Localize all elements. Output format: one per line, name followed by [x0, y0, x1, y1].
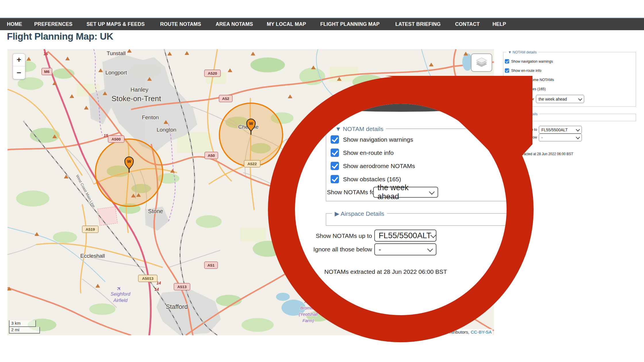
road-shield: A513 — [174, 283, 190, 290]
svg-text:A51: A51 — [208, 263, 215, 267]
map-place-label: Longton — [157, 127, 177, 133]
farm-label: Bromley — [300, 305, 317, 310]
farm-label: (Yeotshall — [299, 312, 318, 317]
select-value: - — [379, 245, 381, 254]
checkbox[interactable] — [331, 135, 339, 144]
nav-item-latest-briefing[interactable]: LATEST BRIEFING — [395, 21, 441, 27]
road-shield: A50 — [205, 152, 218, 159]
junction-number: 16 — [43, 51, 48, 56]
show-notams-for-select[interactable]: the week ahead — [373, 187, 438, 198]
scale-km: 3 km — [9, 320, 36, 327]
checkbox[interactable] — [505, 68, 509, 73]
chevron-down-icon — [576, 127, 580, 131]
nav-item-flight-planning-map[interactable]: FLIGHT PLANNING MAP — [320, 21, 379, 27]
ignore-below-label: Ignore all those below — [502, 135, 537, 139]
select-value: the week ahead — [538, 97, 567, 101]
checkbox[interactable] — [505, 87, 509, 91]
nav-item-my-local-map[interactable]: MY LOCAL MAP — [267, 21, 306, 27]
checkbox-row: Show obstacles (165) — [331, 175, 415, 183]
show-notams-for-select[interactable]: the week ahead — [536, 95, 584, 103]
attribution-license-link[interactable]: CC-BY-SA — [471, 330, 492, 335]
svg-text:A522: A522 — [248, 162, 257, 166]
nav-item-contact[interactable]: CONTACT — [455, 21, 480, 27]
road-shield: M6 — [42, 68, 52, 75]
show-notams-up-to-label: Show NOTAMs up to — [504, 128, 537, 132]
notam-details-legend[interactable]: ▼ NOTAM details — [506, 50, 538, 54]
chevron-down-icon — [576, 135, 580, 139]
layers-button[interactable] — [471, 53, 492, 72]
checkbox-label: Show navigation warnings — [343, 136, 413, 143]
checkbox[interactable] — [331, 175, 339, 183]
checkbox-row: Show navigation warnings — [331, 135, 415, 144]
svg-text:A52: A52 — [222, 97, 229, 101]
chevron-down-icon — [427, 246, 433, 252]
svg-text:W: W — [249, 121, 253, 126]
svg-text:A519: A519 — [86, 227, 95, 232]
notam-details-legend[interactable]: ▼ NOTAM details — [333, 126, 386, 132]
show-notams-up-to-select[interactable]: FL55/5500ALT — [374, 230, 436, 242]
notam-checkbox-list: Show navigation warningsShow en-route in… — [505, 59, 554, 96]
map-attribution: ntributors, CC-BY-SA — [392, 329, 493, 335]
map-place-label: Hanley — [131, 86, 148, 93]
junction-number: 15 — [103, 133, 108, 138]
svg-text:W: W — [127, 159, 131, 164]
checkbox-label: Show navigation warnings — [511, 59, 553, 63]
map-place-label: Stoke-on-Trent — [112, 94, 161, 103]
checkbox-label: Show en-route info — [343, 149, 394, 156]
airspace-details-fieldset-zoomed: ▶ Airspace Details — [326, 213, 507, 226]
svg-text:A520: A520 — [208, 71, 217, 76]
checkbox[interactable] — [331, 149, 339, 157]
nav-item-route-notams[interactable]: ROUTE NOTAMS — [160, 21, 201, 27]
select-value: the week ahead — [377, 183, 430, 201]
chevron-down-icon — [430, 232, 436, 238]
select-value: - — [541, 135, 543, 140]
checkbox-label: Show en-route info — [511, 69, 541, 73]
map-restricted-area — [97, 207, 117, 226]
attribution-text: ntributors, — [449, 330, 469, 335]
svg-text:A500: A500 — [112, 137, 121, 141]
road-shield: A519 — [82, 226, 98, 233]
airspace-details-legend[interactable]: ▶ Airspace Details — [332, 210, 387, 217]
scale-mi: 2 mi — [9, 327, 40, 334]
main-nav: HOMEPREFERENCESSET UP MAPS & FEEDSROUTE … — [0, 18, 644, 30]
notams-extracted-timestamp: NOTAMs extracted at 28 Jun 2022 06:00 BS… — [503, 152, 573, 156]
nav-item-help[interactable]: HELP — [492, 21, 506, 27]
nav-item-preferences[interactable]: PREFERENCES — [34, 21, 72, 27]
checkbox[interactable] — [505, 78, 509, 82]
magnifier-lens: ▼ NOTAM details Show navigation warnings… — [295, 104, 507, 315]
svg-text:A50: A50 — [208, 153, 215, 158]
zoom-out-button[interactable]: − — [13, 66, 25, 79]
checkbox-row: Show en-route info — [505, 68, 554, 73]
svg-text:M6: M6 — [44, 70, 50, 74]
map-place-label: Tunstall — [107, 50, 126, 56]
map-zoom-control: + − — [13, 53, 25, 79]
checkbox-label: Show obstacles (165) — [343, 176, 401, 183]
map-place-label: Longport — [105, 70, 127, 76]
select-value: FL55/5500ALT — [379, 231, 431, 240]
road-shield: A522 — [244, 160, 260, 167]
show-notams-for-label: Show NOTAMs for — [327, 189, 377, 196]
airspace-details-legend[interactable]: ▶ Airspace Details — [506, 112, 539, 116]
ignore-below-select[interactable]: - — [539, 134, 582, 141]
farm-label: Farm) — [302, 318, 314, 323]
select-value: FL55/5500ALT — [541, 128, 568, 132]
nav-item-home[interactable]: HOME — [7, 21, 22, 27]
checkbox[interactable] — [505, 59, 509, 63]
chevron-down-icon — [429, 189, 435, 195]
map-scale-control: 3 km 2 mi — [9, 320, 40, 334]
zoom-in-button[interactable]: + — [13, 54, 25, 66]
nav-item-set-up-maps-feeds[interactable]: SET UP MAPS & FEEDS — [87, 21, 145, 27]
road-shield: A5013 — [138, 275, 157, 282]
svg-text:A513: A513 — [177, 285, 187, 289]
page-title: Flight Planning Map: UK — [7, 31, 113, 42]
notam-checkbox-list-zoomed: Show navigation warningsShow en-route in… — [331, 135, 415, 188]
show-notams-up-to-select[interactable]: FL55/5500ALT — [539, 126, 582, 134]
checkbox-row: Show en-route info — [331, 149, 415, 157]
ignore-below-select[interactable]: - — [374, 243, 436, 255]
airfield-label: Seighford — [111, 292, 131, 296]
map-place-label: Stone — [148, 208, 163, 214]
checkbox[interactable] — [331, 162, 339, 170]
airspace-details-fieldset: ▶ Airspace Details — [503, 114, 636, 121]
checkbox-row: Show navigation warnings — [505, 59, 554, 63]
nav-item-area-notams[interactable]: AREA NOTAMS — [216, 21, 253, 27]
